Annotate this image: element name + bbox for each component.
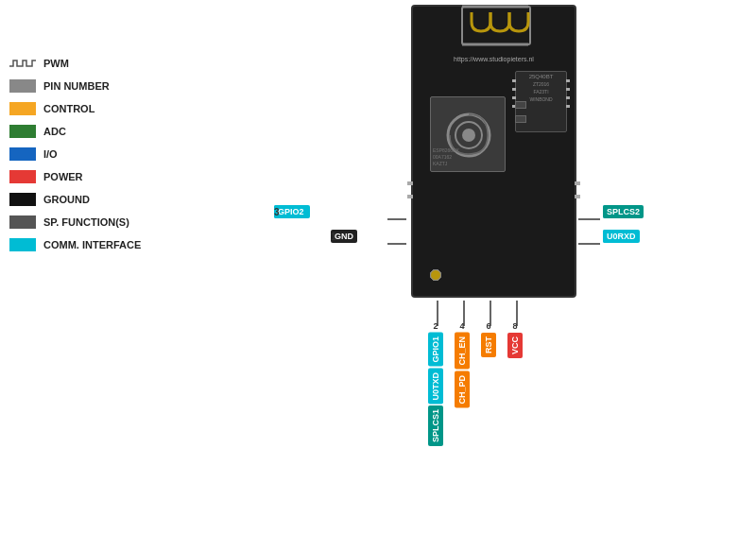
right-side-pins: [575, 181, 580, 198]
flash-chip-label2: ZT2016: [533, 81, 549, 87]
bottom-pin-6: 6 RST: [481, 321, 496, 357]
legend-item-sp-function: SP. FUNCTION(S): [9, 215, 141, 229]
legend-label-comm-interface: COMM. INTERFACE: [43, 239, 141, 250]
adc-color: [9, 125, 36, 138]
esp-main-chip: ESP8266EX00A7162KAZTJ: [430, 96, 506, 172]
svg-point-8: [462, 129, 475, 142]
pin-num-3: 3: [274, 207, 280, 217]
bottom-pin-4: 4 CH_EN CH_PD: [455, 321, 470, 407]
legend-item-control: CONTROL: [9, 102, 141, 115]
flash-chip-label1: 25Q40BT: [529, 74, 554, 79]
legend-item-pin-number: PIN NUMBER: [9, 79, 141, 93]
pin-num-8: 8: [512, 321, 517, 331]
flash-chip-label4: WINBOND: [529, 96, 552, 102]
esp-board: https://www.studiopieters.nl 25Q40BT ZT2…: [411, 5, 576, 298]
badge-splcs2: SPLCS2: [603, 205, 644, 218]
legend-item-io: I/O: [9, 147, 141, 161]
legend-item-comm-interface: COMM. INTERFACE: [9, 238, 141, 251]
legend-item-adc: ADC: [9, 125, 141, 138]
legend-item-pwm: PWM: [9, 57, 141, 70]
pin-number-color: [9, 79, 36, 93]
antenna-svg: [413, 5, 578, 57]
comm-interface-color: [9, 238, 36, 251]
badge-vcc: VCC: [507, 333, 523, 358]
flash-chip-label3: FA23TI: [533, 89, 548, 95]
hole-6: [430, 269, 441, 281]
pin-num-2: 2: [433, 321, 438, 331]
control-color: [9, 102, 36, 115]
legend-label-ground: GROUND: [43, 194, 90, 205]
legend-label-power: POWER: [43, 171, 83, 182]
right-pin-1: [575, 181, 580, 185]
legend-item-power: POWER: [9, 170, 141, 183]
badge-u0txd: U0TXD: [428, 369, 443, 405]
pwm-icon: [9, 57, 36, 70]
pin-num-6: 6: [486, 321, 490, 331]
badge-u0rxd: U0RXD: [603, 230, 640, 243]
pin-num-1: 1: [331, 232, 336, 242]
flash-chip-pins-right: [566, 79, 570, 108]
legend-label-adc: ADC: [43, 126, 66, 137]
component-1: [515, 101, 526, 109]
bottom-pin-2: 2 GPIO1 U0TXD SPLCS1: [428, 321, 443, 446]
badge-splcs1: SPLCS1: [428, 405, 443, 446]
board-url: https://www.studiopieters.nl: [454, 56, 534, 62]
sp-function-color: [9, 215, 36, 229]
legend-item-ground: GROUND: [9, 193, 141, 206]
bottom-pin-8: 8 VCC: [507, 321, 523, 358]
component-2: [515, 115, 526, 123]
badge-ch-pd: CH_PD: [455, 371, 470, 408]
left-side-pins: [407, 181, 413, 198]
legend-label-control: CONTROL: [43, 103, 94, 114]
legend-label-io: I/O: [43, 148, 58, 160]
legend: PWM PIN NUMBER CONTROL ADC I/O POWER GRO…: [9, 57, 141, 251]
esp-chip-text: ESP8266EX00A7162KAZTJ: [433, 147, 459, 167]
legend-label-pin-number: PIN NUMBER: [43, 80, 110, 92]
legend-label-pwm: PWM: [43, 58, 69, 69]
left-pin-1: [407, 181, 413, 185]
right-pin-2: [575, 195, 580, 198]
power-color: [9, 170, 36, 183]
pin-num-4: 4: [459, 321, 464, 331]
badge-ch-en: CH_EN: [455, 333, 470, 370]
io-color: [9, 147, 36, 161]
left-pin-2: [407, 195, 413, 198]
badge-rst: RST: [481, 333, 496, 357]
legend-label-sp-function: SP. FUNCTION(S): [43, 216, 129, 228]
badge-gpio1: GPIO1: [428, 333, 443, 367]
ground-color: [9, 193, 36, 206]
